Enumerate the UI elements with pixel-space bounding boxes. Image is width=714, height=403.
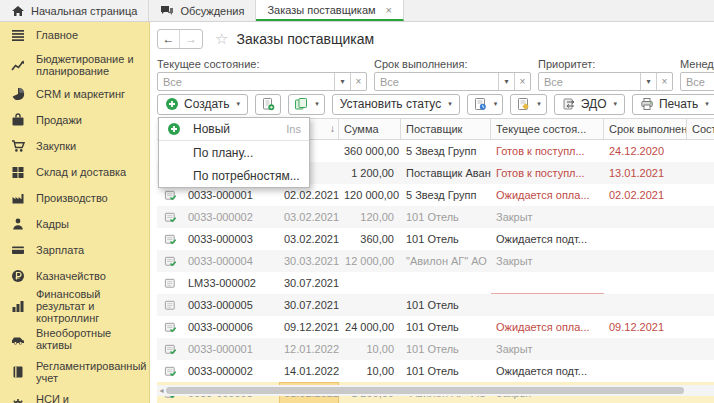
cell-state[interactable]: Ожидается подт... — [491, 360, 604, 382]
cell-date[interactable]: 30.07.2021 — [279, 272, 339, 294]
cell-due[interactable] — [604, 338, 687, 360]
filter-combobox[interactable]: Все▾× — [538, 72, 673, 91]
cell-date[interactable]: 03.02.2021 — [279, 206, 339, 228]
cell-num[interactable]: 0033-000002 — [183, 360, 279, 382]
cell-sum[interactable]: 1 200,00 — [339, 162, 401, 184]
print-button[interactable]: Печать ▾ — [632, 94, 714, 115]
cell-supplier[interactable]: Поставщик Аван... — [401, 162, 491, 184]
cell-num[interactable]: 0033-000001 — [183, 338, 279, 360]
combo-arrow-icon[interactable]: ▾ — [498, 73, 514, 90]
cell-supplier[interactable]: 101 Отель — [401, 228, 491, 250]
filter-combobox[interactable]: Все▾× — [680, 72, 714, 91]
sidebar-item-12[interactable]: Регламентированный учет — [0, 355, 149, 388]
filter-value[interactable]: Все — [158, 73, 334, 90]
edo-button[interactable]: ЭДО ▾ — [554, 94, 625, 115]
cell-state2[interactable] — [687, 206, 714, 228]
column-header-supplier[interactable]: Поставщик — [401, 119, 491, 139]
cell-state2[interactable] — [687, 338, 714, 360]
forward-button[interactable]: → — [180, 30, 202, 48]
cell-due[interactable] — [604, 206, 687, 228]
tab-0[interactable]: Начальная страница — [0, 0, 149, 21]
cell-state2[interactable] — [687, 140, 714, 162]
sidebar-item-0[interactable]: Главное — [0, 22, 149, 48]
sidebar-item-4[interactable]: Закупки — [0, 133, 149, 159]
table-row[interactable]: 0033-00000303.02.2021360,00101 ОтельОжид… — [157, 228, 714, 250]
cell-state2[interactable] — [687, 294, 714, 316]
sidebar-item-6[interactable]: Производство — [0, 185, 149, 211]
cell-state2[interactable] — [687, 184, 714, 206]
cell-due[interactable]: 13.01.2021 — [604, 162, 687, 184]
sidebar-item-9[interactable]: Казначейство — [0, 263, 149, 289]
cell-state2[interactable] — [687, 272, 714, 294]
cell-due[interactable]: 02.02.2021 — [604, 184, 687, 206]
table-row[interactable]: 0033-00000430.03.202112 000,00"Авилон АГ… — [157, 250, 714, 272]
column-header-due[interactable]: Срок выполнения — [604, 119, 687, 139]
report-button[interactable]: ▾ — [467, 94, 504, 115]
filter-combobox[interactable]: Все▾× — [374, 72, 531, 91]
cell-state[interactable]: Готов к поступл... — [491, 162, 604, 184]
cell-date[interactable]: 12.01.2022 — [279, 338, 339, 360]
tab-active[interactable]: Заказы поставщикам× — [256, 0, 404, 21]
cell-state[interactable]: Ожидается опла... — [491, 184, 604, 206]
cell-num[interactable]: LM33-000002 — [183, 272, 279, 294]
cell-supplier[interactable]: 5 Звезд Групп — [401, 140, 491, 162]
table-row[interactable]: 0033-00000530.07.2021101 Отель — [157, 294, 714, 316]
cell-num[interactable]: 0033-000002 — [183, 206, 279, 228]
cell-num[interactable]: 0033-000003 — [183, 228, 279, 250]
column-header-state2[interactable]: Состояние — [687, 119, 714, 139]
cell-date[interactable]: 03.02.2021 — [279, 228, 339, 250]
sidebar-item-7[interactable]: Кадры — [0, 211, 149, 237]
filter-value[interactable]: Все — [681, 73, 714, 90]
sidebar-item-11[interactable]: Внеоборотные активы — [0, 322, 149, 355]
status-docs-button[interactable]: ▾ — [288, 94, 325, 115]
cell-supplier[interactable]: 5 Звезд Групп — [401, 184, 491, 206]
sidebar-item-13[interactable]: НСИ и администрирование — [0, 388, 149, 403]
create-button[interactable]: Создать ▾ — [157, 94, 248, 115]
cell-num[interactable]: 0033-000004 — [183, 250, 279, 272]
menu-item-1[interactable]: По плану... — [159, 141, 309, 164]
attachments-button[interactable]: ▾ — [510, 94, 547, 115]
cell-supplier[interactable]: 101 Отель — [401, 294, 491, 316]
menu-item-0[interactable]: НовыйIns — [159, 118, 309, 141]
cell-sum[interactable] — [339, 294, 401, 316]
cell-date[interactable]: 30.03.2021 — [279, 250, 339, 272]
cell-sum[interactable] — [339, 272, 401, 294]
cell-state[interactable]: Ожидается подт... — [491, 228, 604, 250]
copy-button[interactable] — [255, 94, 281, 115]
sidebar-item-1[interactable]: Бюджетирование и планирование — [0, 48, 149, 81]
combo-arrow-icon[interactable]: ▾ — [640, 73, 656, 90]
cell-supplier[interactable]: "Авилон АГ" АО — [401, 250, 491, 272]
combo-arrow-icon[interactable]: ▾ — [334, 73, 350, 90]
combo-clear-icon[interactable]: × — [514, 73, 530, 90]
sidebar-item-5[interactable]: Склад и доставка — [0, 159, 149, 185]
cell-state2[interactable] — [687, 228, 714, 250]
tab-1[interactable]: Обсуждения — [149, 0, 256, 21]
cell-due[interactable]: 09.12.2021 — [604, 316, 687, 338]
cell-date[interactable]: 14.01.2022 — [279, 360, 339, 382]
cell-sum[interactable]: 360 000,00 — [339, 140, 401, 162]
filter-value[interactable]: Все — [539, 73, 640, 90]
scroll-left-icon[interactable]: ◂ — [157, 386, 166, 395]
cell-due[interactable] — [604, 272, 687, 294]
column-header-sum[interactable]: Сумма — [339, 119, 401, 139]
cell-sum[interactable]: 360,00 — [339, 228, 401, 250]
cell-due[interactable] — [604, 228, 687, 250]
cell-state2[interactable] — [687, 250, 714, 272]
combo-clear-icon[interactable]: × — [350, 73, 366, 90]
cell-supplier[interactable]: 101 Отель — [401, 206, 491, 228]
cell-num[interactable]: 0033-000006 — [183, 316, 279, 338]
sidebar-item-3[interactable]: Продажи — [0, 107, 149, 133]
cell-date[interactable]: 09.12.2021 — [279, 316, 339, 338]
cell-state2[interactable] — [687, 162, 714, 184]
table-row[interactable]: 0033-00000609.12.202124 000,00101 ОтельО… — [157, 316, 714, 338]
close-icon[interactable]: × — [386, 4, 392, 16]
cell-sum[interactable]: 120 000,00 — [339, 184, 401, 206]
cell-supplier[interactable]: 101 Отель — [401, 338, 491, 360]
cell-due[interactable] — [604, 294, 687, 316]
table-row[interactable]: LM33-00000230.07.2021 — [157, 272, 714, 294]
favorite-star-icon[interactable]: ☆ — [215, 30, 228, 48]
combo-clear-icon[interactable]: × — [656, 73, 672, 90]
sidebar-item-2[interactable]: CRM и маркетинг — [0, 81, 149, 107]
cell-num[interactable]: 0033-000005 — [183, 294, 279, 316]
filter-value[interactable]: Все — [375, 73, 498, 90]
